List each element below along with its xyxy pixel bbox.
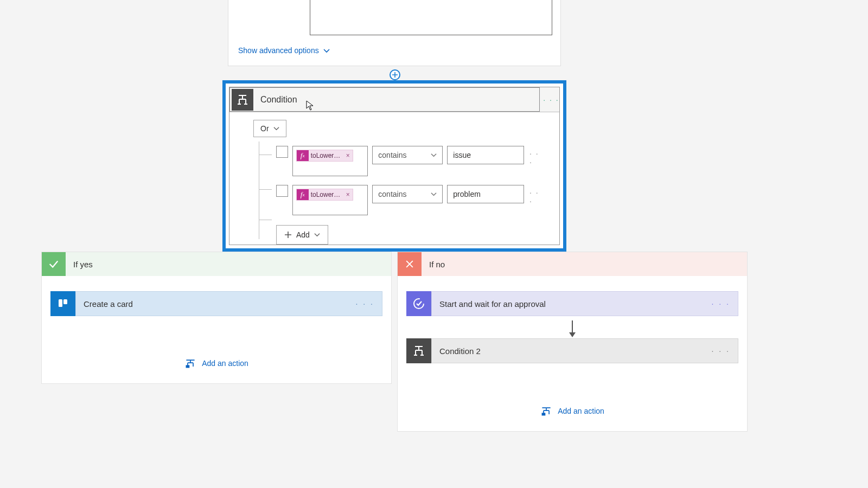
- if-yes-branch: If yes Create a card · · · Add an action: [41, 252, 392, 384]
- row-operator-label: contains: [378, 151, 406, 159]
- row-operator-dropdown[interactable]: contains: [372, 185, 443, 203]
- if-yes-title: If yes: [66, 260, 93, 269]
- condition-card: Condition · · · Or: [222, 80, 566, 252]
- condition-row: fx toLower(… × contains problem · · ·: [276, 185, 546, 215]
- show-advanced-options-link[interactable]: Show advanced options: [238, 46, 330, 55]
- action-card[interactable]: Create a card · · ·: [50, 291, 382, 316]
- condition-row: fx toLower(… × contains issue · · ·: [276, 146, 546, 176]
- chevron-down-icon: [323, 48, 330, 54]
- row-operator-dropdown[interactable]: contains: [372, 146, 443, 164]
- row-menu-button[interactable]: · · ·: [528, 185, 546, 209]
- action-menu-button[interactable]: · · ·: [356, 299, 382, 308]
- close-icon: [398, 252, 422, 276]
- group-tree-line: [259, 142, 259, 239]
- expression-text: toLower(…: [309, 191, 343, 198]
- trello-icon: [50, 291, 75, 316]
- group-operator-dropdown[interactable]: Or: [253, 120, 286, 137]
- row-right-value[interactable]: issue: [447, 146, 524, 164]
- row-checkbox[interactable]: [276, 185, 288, 197]
- row-value-text: issue: [453, 151, 471, 159]
- action-title: Create a card: [76, 299, 356, 309]
- row-left-value[interactable]: fx toLower(… ×: [292, 146, 368, 176]
- condition-icon: [406, 338, 431, 363]
- previous-action-card: Show advanced options: [228, 0, 561, 66]
- expression-text: toLower(…: [309, 152, 343, 159]
- flow-arrow-icon: [398, 320, 747, 337]
- previous-action-textarea[interactable]: [310, 0, 552, 35]
- check-icon: [42, 252, 66, 276]
- add-action-label: Add an action: [202, 359, 248, 368]
- svg-rect-1: [59, 299, 62, 307]
- add-action-icon: [540, 406, 552, 416]
- token-remove-button[interactable]: ×: [343, 152, 353, 159]
- add-action-label: Add an action: [558, 407, 604, 415]
- chevron-down-icon: [314, 232, 320, 238]
- chevron-down-icon: [273, 126, 279, 132]
- svg-rect-2: [63, 299, 67, 304]
- expression-token: fx toLower(… ×: [296, 189, 353, 201]
- fx-icon: fx: [297, 150, 309, 162]
- action-menu-button[interactable]: · · ·: [712, 299, 738, 308]
- action-menu-button[interactable]: · · ·: [712, 346, 738, 355]
- action-title: Condition 2: [432, 346, 712, 356]
- fx-icon: fx: [297, 189, 309, 201]
- svg-rect-3: [186, 365, 190, 368]
- plus-icon: [284, 231, 292, 239]
- svg-rect-5: [542, 413, 546, 415]
- add-row-label: Add: [296, 230, 310, 239]
- action-card[interactable]: Condition 2 · · ·: [406, 338, 738, 363]
- mouse-cursor-icon: [305, 100, 315, 111]
- row-left-value[interactable]: fx toLower(… ×: [292, 185, 368, 215]
- add-action-button[interactable]: Add an action: [398, 406, 747, 416]
- action-title: Start and wait for an approval: [432, 299, 712, 309]
- add-action-button[interactable]: Add an action: [42, 358, 391, 368]
- group-operator-label: Or: [260, 124, 269, 133]
- condition-title: Condition: [255, 95, 297, 105]
- chevron-down-icon: [431, 152, 437, 158]
- if-no-title: If no: [422, 260, 445, 269]
- row-menu-button[interactable]: · · ·: [528, 146, 546, 170]
- expression-token: fx toLower(… ×: [296, 150, 353, 162]
- condition-icon: [232, 89, 253, 111]
- if-no-branch: If no Start and wait for an approval · ·…: [397, 252, 748, 432]
- chevron-down-icon: [431, 191, 437, 197]
- add-row-button[interactable]: Add: [276, 225, 328, 245]
- condition-menu-button[interactable]: · · ·: [543, 95, 559, 104]
- token-remove-button[interactable]: ×: [343, 191, 353, 198]
- add-action-icon: [184, 358, 196, 368]
- insert-step-button[interactable]: [390, 69, 400, 80]
- condition-header[interactable]: Condition · · ·: [229, 87, 559, 112]
- show-advanced-options-label: Show advanced options: [238, 46, 319, 55]
- approval-icon: [406, 291, 431, 316]
- svg-point-4: [414, 299, 424, 309]
- row-checkbox[interactable]: [276, 146, 288, 158]
- row-right-value[interactable]: problem: [447, 185, 524, 203]
- row-value-text: problem: [453, 190, 481, 198]
- row-operator-label: contains: [378, 190, 406, 198]
- action-card[interactable]: Start and wait for an approval · · ·: [406, 291, 738, 316]
